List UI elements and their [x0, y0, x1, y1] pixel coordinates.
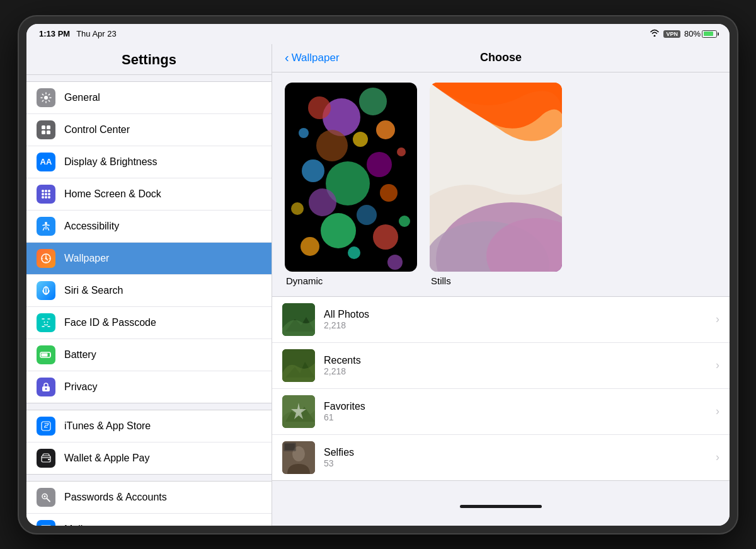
svg-point-6 [45, 190, 47, 192]
svg-point-39 [302, 159, 324, 182]
main-content: Settings General [26, 44, 730, 526]
svg-rect-3 [42, 130, 45, 134]
svg-rect-63 [285, 444, 295, 450]
sidebar-item-faceid[interactable]: Face ID & Passcode [26, 307, 272, 339]
battery-container: 80% [684, 29, 717, 38]
svg-point-38 [367, 152, 392, 177]
svg-point-49 [299, 128, 309, 138]
svg-rect-1 [42, 125, 45, 129]
back-button[interactable]: ‹ Wallpaper [285, 52, 340, 64]
recents-info: Recents 2,218 [324, 355, 716, 376]
sidebar-item-accessibility[interactable]: Accessibility [26, 211, 272, 243]
selfies-info: Selfies 53 [324, 447, 716, 468]
wallet-icon [37, 449, 55, 468]
photo-list-item-recents[interactable]: Recents 2,218 › [272, 343, 730, 389]
svg-point-48 [387, 255, 403, 270]
sidebar-item-itunes[interactable]: iTunes & App Store [26, 410, 272, 442]
svg-point-28 [44, 495, 46, 497]
sidebar-item-privacy[interactable]: Privacy [26, 371, 272, 403]
home-screen-label: Home Screen & Dock [64, 188, 161, 200]
svg-point-11 [42, 196, 44, 199]
sidebar-item-battery[interactable]: Battery [26, 339, 272, 371]
sidebar-item-control-center[interactable]: Control Center [26, 114, 272, 146]
sidebar-item-home-screen[interactable]: Home Screen & Dock [26, 178, 272, 211]
svg-point-42 [309, 188, 336, 216]
general-icon [37, 88, 55, 107]
svg-point-10 [48, 193, 50, 195]
svg-point-47 [348, 246, 360, 259]
sidebar-item-wallpaper[interactable]: Wallpaper [26, 243, 272, 275]
svg-point-35 [376, 120, 395, 139]
svg-point-44 [321, 213, 356, 248]
svg-point-15 [45, 257, 47, 259]
stills-label: Stills [430, 275, 451, 286]
battery-percent: 80% [684, 29, 701, 38]
svg-point-0 [44, 96, 48, 100]
svg-point-9 [45, 193, 47, 195]
svg-point-18 [44, 321, 45, 323]
faceid-icon [37, 313, 55, 332]
selfies-thumb [282, 441, 315, 474]
recents-name: Recents [324, 355, 716, 366]
general-label: General [64, 92, 100, 103]
vpn-badge: VPN [663, 30, 680, 38]
all-photos-chevron-icon: › [716, 313, 719, 326]
svg-point-23 [45, 388, 47, 390]
passwords-label: Passwords & Accounts [64, 492, 167, 503]
svg-point-52 [399, 216, 410, 227]
svg-point-45 [373, 224, 398, 250]
sidebar-item-mail[interactable]: Mail [26, 514, 272, 526]
accessibility-icon [37, 217, 55, 236]
sidebar-section-2: iTunes & App Store Wallet & Apple Pay [26, 410, 272, 475]
svg-rect-26 [48, 459, 50, 460]
ipad-frame: 1:13 PM Thu Apr 23 VPN 80% [19, 16, 737, 533]
control-center-icon [37, 120, 55, 139]
wifi-icon [650, 29, 660, 38]
svg-rect-2 [47, 125, 50, 129]
battery-icon-sidebar [37, 345, 55, 364]
battery-outline [702, 30, 717, 38]
favorites-thumb [282, 395, 315, 428]
siri-label: Siri & Search [64, 285, 123, 296]
svg-point-7 [48, 190, 50, 192]
sidebar-item-wallet[interactable]: Wallet & Apple Pay [26, 442, 272, 474]
sidebar-item-general[interactable]: General [26, 82, 272, 114]
selfies-chevron-icon: › [716, 451, 719, 464]
photo-list: All Photos 2,218 › [272, 296, 730, 500]
favorites-chevron-icon: › [716, 405, 719, 418]
selfies-name: Selfies [324, 447, 716, 458]
sidebar: Settings General [26, 44, 272, 526]
home-screen-icon [37, 185, 55, 204]
sidebar-header: Settings [26, 44, 272, 75]
svg-point-34 [308, 96, 331, 119]
photo-list-item-selfies[interactable]: Selfies 53 › [272, 435, 730, 480]
detail-title: Choose [480, 51, 522, 64]
photo-list-item-all[interactable]: All Photos 2,218 › [272, 297, 730, 343]
svg-point-13 [48, 196, 50, 199]
battery-label: Battery [64, 349, 96, 361]
privacy-label: Privacy [64, 381, 97, 393]
all-photos-thumb [282, 303, 315, 336]
display-icon: AA [37, 153, 55, 171]
sidebar-item-siri[interactable]: Siri & Search [26, 275, 272, 307]
control-center-label: Control Center [64, 124, 130, 136]
sidebar-item-passwords[interactable]: Passwords & Accounts [26, 482, 272, 514]
dynamic-preview [285, 83, 417, 272]
wallpaper-option-stills[interactable]: Stills [430, 83, 562, 286]
svg-point-19 [47, 321, 49, 323]
sidebar-section-3: Passwords & Accounts Mail [26, 481, 272, 526]
favorites-name: Favorites [324, 401, 716, 412]
home-indicator-area [272, 500, 730, 511]
svg-point-14 [45, 222, 47, 224]
photo-list-item-favorites[interactable]: Favorites 61 › [272, 389, 730, 435]
mail-label: Mail [64, 524, 83, 526]
ipad-screen: 1:13 PM Thu Apr 23 VPN 80% [26, 24, 730, 526]
recents-thumb [282, 349, 315, 382]
status-bar: 1:13 PM Thu Apr 23 VPN 80% [26, 24, 730, 44]
sidebar-item-display[interactable]: AA Display & Brightness [26, 146, 272, 178]
wallpaper-option-dynamic[interactable]: Dynamic [285, 83, 417, 286]
battery-fill [704, 32, 713, 36]
itunes-label: iTunes & App Store [64, 420, 151, 432]
wallpaper-icon [37, 249, 55, 268]
detail-pane: ‹ Wallpaper Choose [272, 44, 730, 526]
